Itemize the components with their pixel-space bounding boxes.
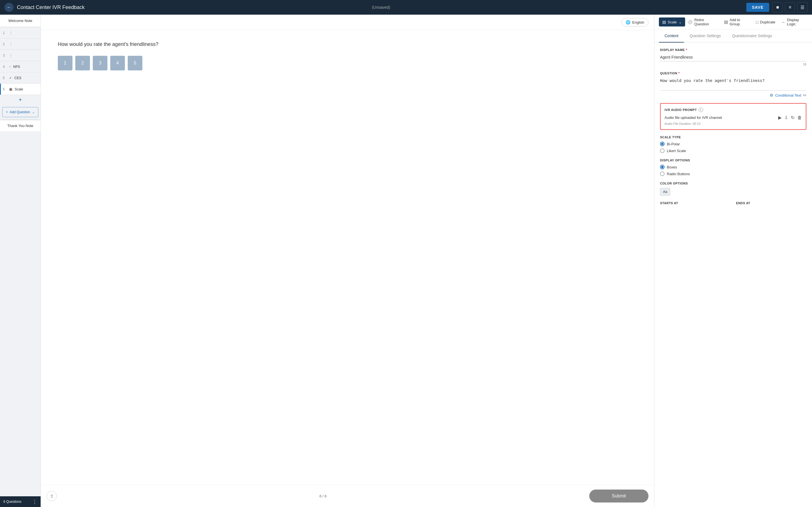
- color-sample[interactable]: Aa: [660, 188, 670, 196]
- duplicate-icon: □: [756, 20, 758, 24]
- sidebar-item-q2[interactable]: 2 ⋮: [0, 39, 41, 50]
- add-question-button[interactable]: + Add Question ⌄: [2, 107, 38, 117]
- conditional-text-link[interactable]: Conditional Text: [775, 93, 801, 98]
- likert-label: Likert Scale: [667, 149, 686, 153]
- sidebar-thank-you[interactable]: Thank You Note: [0, 120, 41, 131]
- questions-count: 6 Questions: [3, 500, 21, 504]
- app-header: ← Contact Center IVR Feedback (Unsaved) …: [0, 0, 812, 15]
- app-title: Contact Center IVR Feedback: [17, 4, 366, 10]
- duplicate-label: Duplicate: [760, 20, 775, 24]
- scale-option-2[interactable]: 2: [75, 56, 90, 70]
- color-options-section: COLOR OPTIONS Aa: [660, 182, 806, 196]
- display-options-label: DISPLAY OPTIONS: [660, 159, 806, 162]
- ivr-refresh-button[interactable]: ↻: [791, 115, 795, 120]
- q2-num: 2: [3, 42, 7, 46]
- hierarchy-icon[interactable]: ☰: [797, 2, 808, 12]
- retire-question-button[interactable]: ⚪ Retire Question: [688, 18, 718, 26]
- scale-btn-label: Scale: [668, 20, 677, 24]
- sidebar-more-icon[interactable]: ⋮: [32, 499, 37, 505]
- display-name-label: DISPLAY NAME *: [660, 48, 806, 52]
- language-selector[interactable]: 🌐 English: [621, 18, 649, 26]
- retire-icon: ⚪: [688, 19, 693, 24]
- page-info: 6 / 6: [319, 494, 326, 498]
- sidebar-bottom-bar: 6 Questions ⋮: [0, 496, 41, 507]
- add-question-chevron: ⌄: [32, 110, 35, 114]
- add-to-group-button[interactable]: ▤ Add to Group: [724, 18, 750, 26]
- scale-option-4[interactable]: 4: [110, 56, 125, 70]
- q4-num: 4: [3, 65, 7, 69]
- ends-at-label: ENDS AT: [736, 202, 807, 205]
- right-panel: ▤ Scale ⌄ ⚪ Retire Question ▤ Add to Gro…: [654, 15, 812, 507]
- scale-chevron-icon: ⌄: [679, 20, 682, 24]
- ivr-delete-button[interactable]: 🗑: [797, 115, 802, 120]
- display-name-input[interactable]: [660, 53, 806, 61]
- conditional-text-row: ⚙ Conditional Text 44: [660, 92, 806, 98]
- sidebar-welcome[interactable]: Welcome Note: [0, 15, 41, 27]
- sidebar-item-q4[interactable]: 4 ↑ NPS: [0, 61, 41, 72]
- q5-label: CES: [14, 76, 21, 80]
- likert-radio[interactable]: [660, 149, 665, 153]
- center-panel: 🌐 English How would you rate the agent's…: [41, 15, 654, 507]
- display-option-boxes[interactable]: Boxes: [660, 165, 806, 169]
- starts-at-col: STARTS AT: [660, 202, 730, 207]
- q3-num: 3: [3, 54, 7, 57]
- scale-icon: ▤: [662, 20, 666, 24]
- question-display-text: How would you rate the agent's friendlin…: [58, 41, 637, 47]
- ivr-info-icon[interactable]: i: [699, 108, 703, 112]
- back-button[interactable]: ←: [4, 3, 13, 12]
- navigate-up-button[interactable]: ⇧: [47, 491, 57, 501]
- q4-label: NPS: [13, 65, 20, 69]
- question-section: QUESTION * ⚙ Conditional Text 44: [660, 71, 806, 98]
- scale-type-label: SCALE TYPE: [660, 135, 806, 139]
- display-logic-button[interactable]: → Display Logic: [781, 18, 808, 26]
- sidebar-item-q3[interactable]: 3 ⋮: [0, 50, 41, 61]
- question-label: QUESTION *: [660, 71, 806, 75]
- center-toolbar: 🌐 English: [41, 15, 654, 30]
- scale-option-3[interactable]: 3: [93, 56, 107, 70]
- tab-content[interactable]: Content: [659, 30, 684, 43]
- required-indicator: *: [686, 48, 687, 52]
- bipolar-label: Bi-Polar: [667, 142, 680, 146]
- center-body: How would you rate the agent's friendlin…: [41, 30, 654, 485]
- radio-buttons-radio[interactable]: [660, 172, 665, 176]
- tab-question-settings[interactable]: Question Settings: [684, 30, 726, 43]
- scale-type-bipolar[interactable]: Bi-Polar: [660, 142, 806, 146]
- scale-option-5[interactable]: 5: [128, 56, 142, 70]
- duplicate-button[interactable]: □ Duplicate: [756, 18, 775, 26]
- display-options-section: DISPLAY OPTIONS Boxes Radio Buttons: [660, 159, 806, 176]
- ivr-actions: ▶ ⇩ ↻ 🗑: [778, 115, 802, 120]
- monitor-icon[interactable]: ■: [772, 2, 783, 12]
- toolbar-actions: ⚪ Retire Question ▤ Add to Group □ Dupli…: [688, 18, 808, 26]
- display-name-section: DISPLAY NAME * 18: [660, 48, 806, 66]
- scale-type-button[interactable]: ▤ Scale ⌄: [659, 17, 685, 26]
- q3-drag-icon: ⋮: [9, 53, 13, 57]
- q4-type-icon: ↑: [9, 64, 11, 69]
- sidebar-item-q6[interactable]: 6 ▣ Scale: [0, 83, 41, 95]
- ivr-play-button[interactable]: ▶: [778, 115, 781, 120]
- save-button[interactable]: SAVE: [746, 3, 769, 12]
- ivr-label: IVR AUDIO PROMPT: [665, 108, 697, 112]
- right-toolbar: ▤ Scale ⌄ ⚪ Retire Question ▤ Add to Gro…: [654, 15, 812, 30]
- sidebar-item-q5[interactable]: 5 ✓ CES: [0, 72, 41, 83]
- boxes-radio[interactable]: [660, 165, 665, 169]
- ivr-duration: Audio File Duration: 00:13: [665, 122, 802, 125]
- language-label: English: [632, 20, 644, 24]
- radio-buttons-label: Radio Buttons: [667, 172, 690, 176]
- display-option-radio-buttons[interactable]: Radio Buttons: [660, 172, 806, 176]
- scale-type-likert[interactable]: Likert Scale: [660, 149, 806, 153]
- gear-icon: ⚙: [770, 93, 773, 98]
- submit-button[interactable]: Submit: [589, 490, 649, 503]
- tab-questionnaire-settings[interactable]: Questionnaire Settings: [726, 30, 778, 43]
- sidebar-item-q1[interactable]: 1 ⋮: [0, 27, 41, 39]
- menu-icon[interactable]: ≡: [785, 2, 795, 12]
- ivr-filename: Audio file uploaded for IVR channel: [665, 115, 722, 120]
- scale-option-1[interactable]: 1: [58, 56, 72, 70]
- ivr-download-button[interactable]: ⇩: [784, 115, 788, 120]
- question-input[interactable]: [660, 76, 806, 91]
- add-question-plus-icon[interactable]: +: [18, 97, 22, 103]
- bipolar-radio[interactable]: [660, 142, 665, 146]
- header-icons: ■ ≡ ☰: [772, 2, 808, 12]
- translate-icon: 🌐: [626, 20, 630, 24]
- ivr-content-row: Audio file uploaded for IVR channel ▶ ⇩ …: [665, 115, 802, 120]
- retire-label: Retire Question: [695, 18, 718, 26]
